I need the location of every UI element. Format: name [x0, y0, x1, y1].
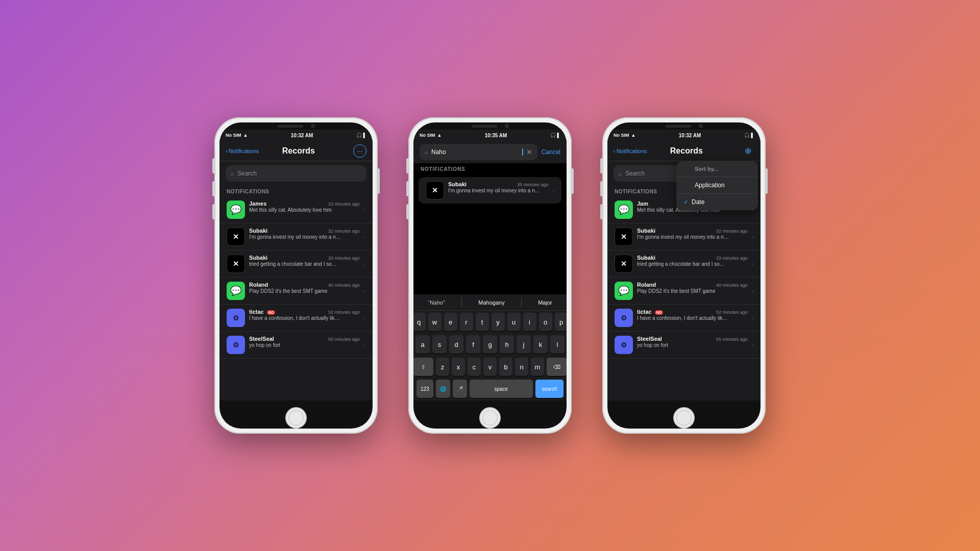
key-m[interactable]: m	[531, 358, 544, 376]
phone-3-screen: No SIM ▲ 10:32 AM 🎧 ▌ ‹ Notifications Re…	[607, 122, 761, 429]
key-globe[interactable]: 🌐	[436, 380, 450, 398]
notif-header-3-1: Subaki 32 minutes ago	[637, 228, 748, 234]
notif-header-3-4: tictac NO 52 minutes ago	[637, 309, 748, 315]
key-i[interactable]: i	[523, 313, 536, 331]
notif-name-3-0: Jam	[637, 201, 648, 207]
home-button-3[interactable]	[673, 407, 695, 429]
phone-2-display: No SIM ▲ 10:35 AM 🎧 ▌ ⌕ Naho ✕ Cancel	[413, 130, 567, 400]
battery-icon: ▌	[363, 133, 366, 138]
notif-header-1-0: James 23 minutes ago	[249, 201, 360, 207]
key-space[interactable]: space	[470, 380, 533, 398]
autocomplete-1[interactable]: Mahogany	[474, 297, 508, 308]
camera	[311, 124, 315, 128]
clear-icon[interactable]: ✕	[526, 148, 532, 156]
app-icon-x-1: ✕	[227, 228, 245, 246]
key-q[interactable]: q	[413, 313, 426, 331]
nav-title-3: Records	[632, 146, 741, 156]
result-header: Subaki 35 minutes ago	[448, 181, 549, 187]
notif-name-3-4: tictac NO	[637, 309, 663, 315]
key-f[interactable]: f	[466, 335, 480, 354]
key-l[interactable]: l	[550, 335, 565, 354]
notif-item-1-1[interactable]: ✕ Subaki 32 minutes ago I'm gonna invest…	[219, 223, 373, 251]
notif-time-3-4: 52 minutes ago	[716, 310, 748, 315]
search-placeholder-1: Search	[237, 170, 257, 177]
home-button-2[interactable]	[479, 407, 501, 429]
notif-content-1-5: SteelSeal 55 minutes ago yo hop on fort	[249, 336, 360, 348]
home-button-1[interactable]	[285, 407, 307, 429]
speaker-3	[666, 125, 691, 128]
notif-item-3-2[interactable]: ✕ Subaki 33 minutes ago tried getting a …	[607, 251, 761, 278]
key-p[interactable]: p	[555, 313, 567, 331]
key-u[interactable]: u	[507, 313, 521, 331]
time-display-3: 10:32 AM	[679, 133, 701, 138]
key-e[interactable]: e	[444, 313, 457, 331]
key-o[interactable]: o	[539, 313, 552, 331]
autocomplete-0[interactable]: “Naho”	[424, 297, 449, 308]
key-j[interactable]: j	[517, 335, 531, 354]
app-icon-messages-3: 💬	[227, 282, 245, 300]
result-section-header: NOTIFICATIONS	[413, 163, 567, 174]
notif-time-3-1: 32 minutes ago	[716, 229, 748, 234]
key-k[interactable]: k	[533, 335, 548, 354]
speaker	[278, 125, 303, 128]
key-mic[interactable]: 🎤	[453, 380, 467, 398]
headphones-icon: 🎧	[356, 133, 362, 138]
notif-header-1-5: SteelSeal 55 minutes ago	[249, 336, 360, 342]
search-input-container[interactable]: ⌕ Naho ✕	[420, 144, 537, 160]
notif-app-name-1-3: Roland	[249, 282, 268, 288]
key-v[interactable]: v	[483, 358, 497, 376]
key-w[interactable]: w	[428, 313, 442, 331]
notif-content-3-1: Subaki 32 minutes ago I'm gonna invest m…	[637, 228, 748, 240]
search-result-item[interactable]: ✕ Subaki 35 minutes ago I'm gonna invest…	[419, 177, 561, 204]
notif-time-3-5: 55 minutes ago	[716, 337, 748, 342]
key-y[interactable]: y	[492, 313, 505, 331]
notif-item-3-1[interactable]: ✕ Subaki 32 minutes ago I'm gonna invest…	[607, 223, 761, 251]
sort-by-label: Sort by...	[695, 166, 718, 172]
search-bar-1[interactable]: ⌕ Search	[226, 165, 366, 182]
key-shift[interactable]: ⇧	[413, 358, 433, 376]
key-123[interactable]: 123	[416, 380, 433, 398]
phone-1: No SIM ▲ 10:32 AM 🎧 ▌ ‹ Notifications Re…	[214, 117, 378, 434]
notif-item-1-5[interactable]: ⚙ SteelSeal 55 minutes ago yo hop on for…	[219, 332, 373, 359]
notif-time-3-3: 40 minutes ago	[716, 283, 748, 288]
status-right-3: 🎧 ▌	[744, 133, 754, 138]
dropdown-application[interactable]: Application	[676, 177, 758, 194]
chevron-3-3: ›	[752, 288, 753, 294]
chevron-right-icon-1-0: ›	[364, 207, 365, 213]
app-icon-m-3-3: 💬	[615, 282, 633, 300]
cancel-button[interactable]: Cancel	[542, 148, 560, 156]
notif-item-3-3[interactable]: 💬 Roland 40 minutes ago Play DDS2 it's t…	[607, 278, 761, 305]
key-g[interactable]: g	[483, 335, 497, 354]
time-display: 10:32 AM	[291, 133, 313, 138]
key-c[interactable]: c	[468, 358, 481, 376]
chevron-right-icon-1-3: ›	[364, 288, 365, 294]
notif-item-3-5[interactable]: ⚙ SteelSeal 55 minutes ago yo hop on for…	[607, 332, 761, 359]
key-s[interactable]: s	[432, 335, 447, 354]
key-z[interactable]: z	[436, 358, 449, 376]
notif-item-1-4[interactable]: ⚙ tictac NO 52 minutes ago I have a conf…	[219, 305, 373, 332]
notif-header-3-2: Subaki 33 minutes ago	[637, 255, 748, 261]
key-n[interactable]: n	[515, 358, 528, 376]
key-a[interactable]: a	[415, 335, 430, 354]
key-r[interactable]: r	[460, 313, 473, 331]
search-button[interactable]: search	[535, 380, 564, 398]
notif-item-1-0[interactable]: 💬 James 23 minutes ago Met this silly ca…	[219, 196, 373, 223]
key-d[interactable]: d	[449, 335, 463, 354]
chevron-3-1: ›	[752, 234, 753, 240]
key-t[interactable]: t	[476, 313, 489, 331]
notif-header-1-1: Subaki 32 minutes ago	[249, 228, 360, 234]
key-backspace[interactable]: ⌫	[547, 358, 567, 376]
more-button-1[interactable]: ···	[353, 144, 366, 158]
notif-item-1-2[interactable]: ✕ Subaki 33 minutes ago tried getting a …	[219, 251, 373, 278]
status-left: No SIM ▲	[226, 133, 248, 138]
notif-item-1-3[interactable]: 💬 Roland 40 minutes ago Play DDS2 it's t…	[219, 278, 373, 305]
phone-1-display: No SIM ▲ 10:32 AM 🎧 ▌ ‹ Notifications Re…	[219, 130, 373, 400]
notif-item-3-4[interactable]: ⚙ tictac NO 52 minutes ago I have a conf…	[607, 305, 761, 332]
dropdown-date[interactable]: ✓ Date	[676, 194, 758, 210]
notif-app-name-1-1: Subaki	[249, 228, 267, 234]
key-h[interactable]: h	[500, 335, 514, 354]
key-x[interactable]: x	[452, 358, 465, 376]
key-b[interactable]: b	[499, 358, 512, 376]
more-button-3[interactable]: ⊕	[741, 144, 754, 158]
autocomplete-2[interactable]: Major	[534, 297, 556, 308]
